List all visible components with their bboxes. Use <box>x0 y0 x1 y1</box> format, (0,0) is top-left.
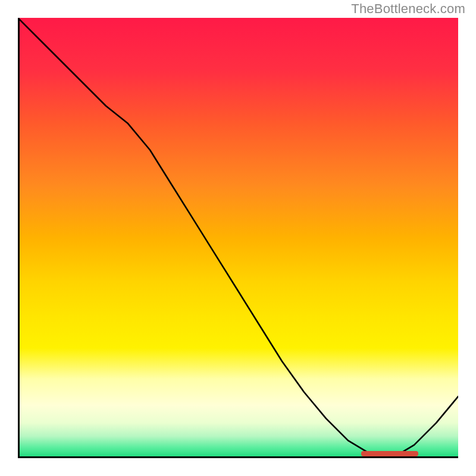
attribution-text: TheBottleneck.com <box>351 1 465 17</box>
performance-curve <box>18 18 458 458</box>
chart-area <box>18 18 458 458</box>
optimal-range-marker <box>361 451 418 456</box>
chart-line-layer <box>18 18 458 458</box>
